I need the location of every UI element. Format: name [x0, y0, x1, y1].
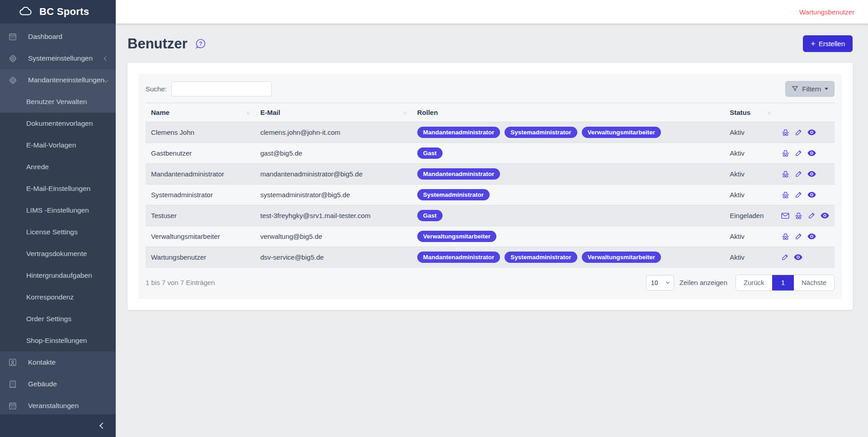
table-row: Mandantenadministratormandantenadministr… [146, 164, 835, 185]
sidebar-subitem-dokumentenvorlagen[interactable]: Dokumentenvorlagen [0, 113, 116, 134]
sidebar-subitem-license-settings[interactable]: License Settings [0, 221, 116, 243]
sidebar-item-veranstaltungen[interactable]: Veranstaltungen [0, 395, 116, 417]
sidebar-subitem-benutzer-verwalten[interactable]: Benutzer Verwalten [0, 91, 116, 113]
sidebar-subitem-order-settings[interactable]: Order Settings [0, 308, 116, 330]
edit-icon[interactable] [795, 149, 802, 157]
chevron-down-icon [104, 78, 108, 82]
subitem-label: Order Settings [26, 315, 71, 323]
user-name: Wartungsbenutzer [146, 247, 255, 268]
role-badge: Mandantenadministrator [417, 127, 500, 138]
sidebar-item-dashboard[interactable]: Dashboard [0, 26, 116, 48]
user-email: clemens.john@john-it.com [255, 122, 412, 143]
svg-text:?: ? [199, 40, 202, 47]
edit-icon[interactable] [808, 212, 816, 219]
edit-icon[interactable] [795, 128, 802, 136]
sort-icon: ↑↓ [403, 110, 406, 115]
view-icon[interactable] [807, 129, 816, 135]
view-icon[interactable] [807, 150, 816, 156]
mail-icon[interactable] [781, 213, 789, 219]
user-roles: Verwaltungsmitarbeiter [412, 226, 724, 247]
column-header-status[interactable]: Status↑↓ [724, 103, 776, 122]
building-icon [8, 380, 17, 389]
user-name: Systemadministrator [146, 185, 255, 205]
table-row: Systemadministratorsystemadministrator@b… [146, 185, 835, 205]
content: Benutzer ? + Erstellen Suche: [116, 24, 868, 437]
chevron-left-icon [104, 56, 108, 61]
edit-icon[interactable] [781, 253, 789, 261]
sidebar-subitem-shop-einstellungen[interactable]: Shop-Einstellungen [0, 330, 116, 352]
impersonate-icon[interactable] [781, 233, 790, 241]
role-badge: Mandantenadministrator [417, 168, 500, 180]
impersonate-icon[interactable] [781, 149, 790, 157]
column-header-name[interactable]: Name↑↓ [146, 103, 255, 122]
role-badge: Verwaltungsmitarbeiter [417, 231, 496, 242]
subitem-label: Vertragsdokumente [26, 250, 87, 258]
sidebar-subitem-email-vorlagen[interactable]: E-Mail-Vorlagen [0, 134, 116, 156]
filter-button[interactable]: Filtern [785, 81, 835, 97]
view-icon[interactable] [807, 233, 816, 239]
edit-icon[interactable] [795, 233, 802, 240]
current-page-button[interactable]: 1 [772, 275, 794, 290]
user-name: Mandantenadministrator [146, 164, 255, 185]
user-roles: MandantenadministratorSystemadministrato… [412, 122, 724, 143]
view-icon[interactable] [807, 171, 816, 177]
view-icon[interactable] [794, 254, 802, 260]
sidebar-item-gebaeude[interactable]: Gebäude [0, 373, 116, 395]
sidebar-item-kontakte[interactable]: Kontakte [0, 352, 116, 373]
sidebar-subitem-lims-einstellungen[interactable]: LIMS -Einstellungen [0, 200, 116, 221]
role-badge: Verwaltungsmitarbeiter [582, 252, 661, 263]
sidebar-subitem-korrespondenz[interactable]: Korrespondenz [0, 286, 116, 308]
sidebar-item-label: Veranstaltungen [20, 402, 109, 410]
user-status: Eingeladen [724, 205, 776, 226]
column-header-actions [776, 103, 835, 122]
sidebar-subitem-anrede[interactable]: Anrede [0, 156, 116, 178]
create-button[interactable]: + Erstellen [803, 35, 853, 52]
view-icon[interactable] [807, 192, 816, 198]
sidebar-subitem-vertragsdokumente[interactable]: Vertragsdokumente [0, 243, 116, 265]
view-icon[interactable] [821, 213, 829, 218]
table-row: Clemens Johnclemens.john@john-it.comMand… [146, 122, 835, 143]
user-roles: Mandantenadministrator [412, 164, 724, 185]
table-row: Testusertest-3freyhgky@srv1.mail-tester.… [146, 205, 835, 226]
sidebar-subitem-hintergrundaufgaben[interactable]: Hintergrundaufgaben [0, 265, 116, 286]
table-toolbar: Suche: Filtern [146, 81, 835, 97]
caret-down-icon [825, 88, 828, 90]
next-page-button[interactable]: Nächste [794, 275, 834, 290]
sidebar-item-systemeinstellungen[interactable]: Systemeinstellungen [0, 48, 116, 69]
role-badge: Systemadministrator [505, 127, 577, 138]
main-area: Wartungsbenutzer Benutzer ? + Erstellen … [116, 0, 868, 437]
users-card: Suche: Filtern [127, 63, 853, 310]
user-status: Aktiv [724, 122, 776, 143]
subitem-label: License Settings [26, 228, 78, 236]
impersonate-icon[interactable] [781, 191, 790, 199]
user-email: test-3freyhgky@srv1.mail-tester.com [255, 205, 412, 226]
subitem-label: Benutzer Verwalten [26, 98, 87, 106]
sort-icon: ↑↓ [246, 110, 250, 115]
edit-icon[interactable] [795, 191, 802, 199]
sidebar-subitem-email-einstellungen[interactable]: E-Mail-Einstellungen [0, 178, 116, 200]
user-status: Aktiv [724, 164, 776, 185]
subitem-label: Hintergrundaufgaben [26, 271, 92, 280]
subitem-label: LIMS -Einstellungen [26, 206, 89, 214]
help-icon[interactable]: ? [195, 38, 207, 50]
search-label: Suche: [146, 85, 167, 93]
current-user-link[interactable]: Wartungsbenutzer [799, 8, 854, 16]
sidebar-item-mandanteneinstellungen[interactable]: Mandanteneinstellungen [0, 69, 116, 91]
subitem-label: Shop-Einstellungen [26, 337, 87, 345]
user-roles: MandantenadministratorSystemadministrato… [412, 247, 724, 268]
impersonate-icon[interactable] [794, 212, 803, 220]
row-actions [781, 170, 829, 178]
edit-icon[interactable] [795, 170, 802, 178]
subitem-label: Dokumentenvorlagen [26, 119, 93, 128]
pager: Zurück 1 Nächste [736, 275, 835, 291]
user-email: systemadministrator@big5.de [255, 185, 412, 205]
prev-page-button[interactable]: Zurück [736, 275, 772, 290]
impersonate-icon[interactable] [781, 170, 790, 178]
search-input[interactable] [171, 81, 272, 96]
impersonate-icon[interactable] [781, 128, 790, 137]
sidebar-collapse-button[interactable] [0, 414, 116, 437]
sidebar-item-label: Systemeinstellungen [20, 54, 104, 62]
column-header-email[interactable]: E-Mail↑↓ [255, 103, 412, 122]
plus-icon: + [811, 40, 816, 48]
page-size-select[interactable]: 10 [646, 275, 674, 290]
